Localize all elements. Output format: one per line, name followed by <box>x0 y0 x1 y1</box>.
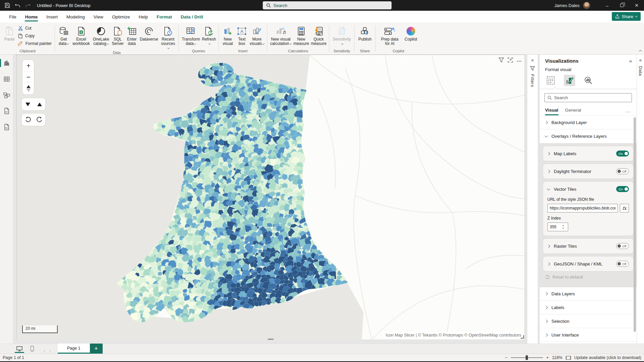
tab-home[interactable]: Home <box>21 12 42 21</box>
zoom-out-button[interactable]: − <box>22 71 34 83</box>
panel-scrollbar[interactable] <box>634 117 636 332</box>
more-visuals-button[interactable]: More visuals <box>249 24 265 46</box>
section-data-layers[interactable]: Data Layers <box>540 287 637 301</box>
collapse-ribbon-button[interactable] <box>639 50 642 53</box>
icon-map-visual[interactable]: … + − 20 mi Icon Map Slicer | © Tekantis… <box>16 55 525 340</box>
zoom-in-button[interactable]: + <box>22 60 34 71</box>
vector-tiles-header[interactable]: Vector Tiles On <box>543 182 633 196</box>
spin-down-icon[interactable] <box>562 227 564 229</box>
get-data-button[interactable]: Get data <box>57 24 71 46</box>
conditional-formatting-fx-button[interactable]: fx <box>620 204 629 213</box>
sidebar-item-dax-query-view[interactable]: DAX <box>1 106 12 116</box>
sidebar-item-model-view[interactable] <box>1 90 12 100</box>
undo-icon[interactable] <box>15 3 20 8</box>
prep-data-for-ai-button[interactable]: Prep data for AI <box>377 24 402 46</box>
map-labels-toggle[interactable]: On <box>616 150 629 157</box>
tab-insert[interactable]: Insert <box>42 12 62 21</box>
format-search-box[interactable] <box>544 93 632 102</box>
tab-optimize[interactable]: Optimize <box>108 12 134 21</box>
quick-measure-button[interactable]: Quick measure <box>310 24 327 46</box>
section-background-layer[interactable]: Background Layer <box>540 116 637 129</box>
refresh-button[interactable]: Refresh <box>201 24 217 46</box>
section-selection[interactable]: Selection <box>540 314 637 328</box>
transform-data-button[interactable]: Transform data <box>180 24 201 46</box>
add-page-button[interactable]: + <box>90 344 103 354</box>
paste-button[interactable]: Paste <box>2 24 17 42</box>
section-overlays[interactable]: Overlays / Reference Layers <box>540 129 637 143</box>
publish-button[interactable]: Publish <box>356 24 374 42</box>
onelake-catalog-button[interactable]: OneLake catalog <box>92 24 110 46</box>
copy-button[interactable]: Copy <box>17 33 53 39</box>
tab-file[interactable]: File <box>5 12 21 21</box>
avatar[interactable] <box>583 2 590 9</box>
rotate-ccw-button[interactable] <box>22 114 34 126</box>
redo-icon[interactable] <box>25 3 31 8</box>
zoom-in-button[interactable]: + <box>546 355 549 360</box>
raster-tiles-toggle[interactable]: Off <box>616 243 629 249</box>
daylight-terminator-toggle[interactable]: Off <box>616 168 629 174</box>
desktop-layout-button[interactable] <box>16 344 23 354</box>
next-page-button[interactable]: › <box>47 348 53 354</box>
expand-filters-icon[interactable]: « <box>531 57 534 63</box>
previous-page-button[interactable]: ‹ <box>42 348 47 354</box>
sensitivity-button[interactable]: Sensitivity <box>331 24 353 46</box>
text-box-button[interactable]: A Text box <box>235 24 249 46</box>
search-input[interactable] <box>273 3 388 8</box>
tilt-up-button[interactable] <box>34 98 45 110</box>
focus-mode-icon[interactable] <box>507 57 513 63</box>
zoom-slider-thumb[interactable] <box>526 355 528 360</box>
z-index-stepper[interactable] <box>547 223 568 231</box>
zoom-out-button[interactable]: − <box>505 355 507 360</box>
sql-server-button[interactable]: SQL Server <box>110 24 125 46</box>
sidebar-item-tmdl-view[interactable]: TMDL <box>1 122 12 132</box>
minimize-button[interactable]: – <box>600 0 614 11</box>
tab-help[interactable]: Help <box>134 12 152 21</box>
geojson-toggle[interactable]: Off <box>616 261 629 267</box>
global-search-box[interactable] <box>263 1 391 9</box>
new-measure-button[interactable]: New measure <box>292 24 310 46</box>
reset-to-default-button[interactable]: Reset to default <box>543 272 633 284</box>
build-visual-tab[interactable] <box>545 75 556 86</box>
fit-to-page-icon[interactable] <box>566 356 571 360</box>
new-visual-calculation-button[interactable]: fx New visual calculation <box>269 24 292 46</box>
raster-tiles-header[interactable]: Raster Tiles Off <box>543 239 633 253</box>
mobile-layout-button[interactable] <box>30 344 34 354</box>
excel-workbook-button[interactable]: X Excel workbook <box>71 24 92 46</box>
save-icon[interactable] <box>5 3 10 8</box>
spin-up-icon[interactable] <box>562 225 564 227</box>
sidebar-item-report-view[interactable] <box>1 58 12 68</box>
update-available-link[interactable]: Update available (click to download) <box>574 355 641 360</box>
resize-handle-bottom[interactable] <box>268 339 274 340</box>
tab-visual[interactable]: Visual <box>545 106 558 115</box>
more-options-icon[interactable]: … <box>517 57 522 63</box>
analytics-tab[interactable] <box>583 75 594 86</box>
section-user-interface[interactable]: User Interface <box>540 328 637 342</box>
section-map[interactable]: Map <box>540 342 637 344</box>
format-search-input[interactable] <box>554 95 629 100</box>
zoom-slider[interactable] <box>511 357 543 358</box>
dataverse-button[interactable]: Dataverse <box>139 24 159 42</box>
tab-general[interactable]: General <box>565 106 581 115</box>
recent-sources-button[interactable]: Recent sources <box>159 24 177 50</box>
close-button[interactable]: × <box>629 0 644 11</box>
filter-funnel-icon[interactable] <box>498 57 504 63</box>
expand-data-icon[interactable]: « <box>639 57 642 63</box>
filters-pane-label[interactable]: Filters <box>530 74 535 87</box>
user-name[interactable]: James Dales <box>554 3 580 8</box>
pitch-control[interactable] <box>22 83 34 94</box>
format-painter-button[interactable]: Format painter <box>17 40 53 47</box>
new-visual-button[interactable]: New visual <box>220 24 235 46</box>
tab-data-drill[interactable]: Data / Drill <box>176 12 208 21</box>
rotate-cw-button[interactable] <box>34 114 45 126</box>
map-labels-header[interactable]: Map Labels On <box>543 146 633 161</box>
z-index-input[interactable] <box>548 225 560 229</box>
tab-format[interactable]: Format <box>152 12 176 21</box>
tilt-down-button[interactable] <box>22 98 34 110</box>
zoom-level[interactable]: 118% <box>552 355 562 360</box>
restore-button[interactable] <box>614 0 629 11</box>
tab-view[interactable]: View <box>89 12 108 21</box>
collapse-panel-icon[interactable]: » <box>629 58 632 64</box>
style-json-url-input[interactable] <box>547 204 618 213</box>
data-pane-label[interactable]: Data <box>638 66 643 76</box>
more-options-icon[interactable]: … <box>626 108 631 113</box>
